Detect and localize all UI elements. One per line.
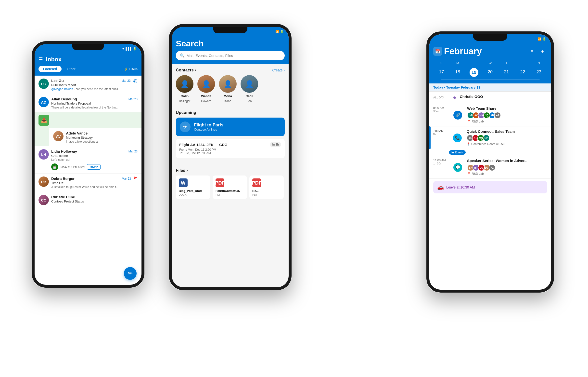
cal-wifi-icon: 📶 [538, 37, 541, 41]
preview-adele: I have a few questions a [66, 140, 138, 143]
scene: 10:28 ▼ ▌▌▌ 🔋 ☰ Inbox Focused Ot [24, 17, 564, 360]
create-link[interactable]: Create › [272, 68, 285, 72]
event-speaker-series[interactable]: 11:00 AM 1h 30m 💬 Speaker Series: Women … [429, 156, 551, 179]
ss-icon: 💬 [453, 163, 462, 172]
date-17[interactable]: 17 [433, 68, 449, 77]
flag-icon: 🚩 [133, 176, 138, 180]
subject-lidia: Grab coffee [51, 154, 138, 158]
avatar-lidia: LH [38, 149, 49, 160]
add-event-button[interactable]: + [538, 47, 547, 56]
file-card-coffee[interactable]: PDF FourthCoffee#987 PDF [213, 175, 247, 199]
search-battery-icon: 🔋 [280, 30, 284, 33]
avatar-mona: 👤 [219, 75, 237, 93]
event-body-webteam: Web Team Share LG AV MK JD ✓ AB +4 [467, 106, 547, 123]
flight-airline: Contoso Airlines [194, 128, 223, 131]
filters-label: Filters [129, 67, 138, 71]
search-title: Search [176, 39, 285, 48]
file-card-re[interactable]: PDF Re... PDF [249, 175, 284, 199]
allday-event-christie[interactable]: ALL DAY Christie OOO [429, 92, 551, 103]
email-item-lee-gu[interactable]: LG Lee Gu Mar 23 Publisher's report @Meg… [35, 76, 141, 94]
event-loc-qc: 📍 Conference Room X1050 [467, 142, 547, 146]
preview-allan: There will be a detailed legal review of… [51, 106, 138, 109]
date-18[interactable]: 18 [449, 68, 466, 77]
battery-icon: 🔋 [133, 47, 137, 51]
event-loc-ss: 📍 R&D Lab [467, 172, 547, 175]
contact-last-mona: Kane [224, 99, 231, 103]
flight-time-badge: In 3h [270, 142, 281, 147]
email-item-christie[interactable]: CC Christie Cline Contoso Project Status [35, 192, 141, 208]
sender-lidia: Lidia Holloway [51, 149, 77, 153]
search-bar[interactable]: 🔍 Mail, Events, Contacts, Files [176, 51, 285, 60]
event-web-team[interactable]: 8:30 AM 30m 🔗 Web Team Share LG AV MK [429, 103, 551, 126]
email-item-debra[interactable]: DB Debra Berger Mar 23 Time Off Just tal… [35, 174, 141, 192]
cal-battery-icon: 🔋 [542, 37, 546, 41]
flight-card[interactable]: ✈ Flight to Paris Contoso Airlines [176, 118, 285, 136]
preview-debra: Just talked to @Nestor Wilke and he will… [51, 185, 131, 189]
date-allan: Mar 23 [128, 97, 138, 101]
subject-lee-gu: Publisher's report [51, 83, 131, 87]
event-quick-connect[interactable]: 9:00 AM 1h 📞 Quick Connect: Sales Team [429, 126, 551, 149]
at-icon: @ [133, 79, 138, 84]
subject-adele: Marketing Strategy [66, 136, 138, 139]
date-22[interactable]: 22 [514, 68, 531, 77]
in-badge-wrapper: in 32 min [429, 149, 551, 156]
event-time-col-qc: 9:00 AM 1h [433, 129, 450, 146]
leave-banner: 🚗 Leave at 10:30 AM [433, 181, 547, 193]
tab-focused[interactable]: Focused [38, 66, 62, 72]
event-quick-connect-wrapper: 9:00 AM 1h 📞 Quick Connect: Sales Team [429, 126, 551, 149]
event-time-col-ss: 11:00 AM 1h 30m [433, 159, 450, 175]
tab-other[interactable]: Other [64, 66, 79, 72]
avatar-wanda: 👤 [197, 75, 215, 93]
upcoming-section-title: Upcoming [176, 110, 196, 115]
date-lidia: Mar 23 [128, 150, 138, 153]
contact-mona[interactable]: 👤 Mona Kane [219, 75, 237, 103]
avatar-colin: 👤 [176, 75, 193, 93]
date-21[interactable]: 21 [498, 68, 514, 77]
day-label-t2: T [498, 60, 514, 66]
file-type-re: PDF [252, 193, 281, 196]
inbox-header: ☰ Inbox Focused Other ⚡ Filters [35, 53, 141, 76]
date-23[interactable]: 23 [531, 68, 547, 77]
event-body-ss: Speaker Series: Women in Adver... SA BT … [467, 159, 547, 175]
inbox-title: Inbox [46, 56, 62, 63]
file-card-blog[interactable]: W Blog_Post_Draft DOCX [176, 175, 210, 199]
contact-last-cecil: Folk [247, 99, 252, 103]
compose-button[interactable]: ✏ [124, 267, 137, 280]
word-icon: W [179, 178, 188, 187]
filters-button[interactable]: ⚡ Filters [124, 67, 138, 71]
email-item-allan[interactable]: AD Allan Deyoung Mar 23 Northwind Trader… [35, 94, 141, 112]
event-time-lidia: Today at 1 PM (30m) [60, 165, 85, 168]
email-content-adele: Adele Vance Marketing Strategy I have a … [66, 131, 138, 143]
contact-colin[interactable]: 👤 Colin Ballinger [176, 75, 193, 103]
contact-wanda[interactable]: 👤 Wanda Howard [197, 75, 215, 103]
rsvp-button[interactable]: RSVP [87, 164, 101, 170]
sender-lee-gu: Lee Gu [51, 79, 64, 83]
email-item-lidia[interactable]: LH Lidia Holloway Mar 23 Grab coffee Let… [35, 146, 141, 174]
event-bar-qc [429, 126, 431, 149]
pdf-icon-coffee: PDF [216, 178, 224, 187]
date-20[interactable]: 20 [482, 68, 498, 77]
contact-cecil[interactable]: 👤 Cecil Folk [241, 75, 258, 103]
email-item-adele[interactable]: 📥 AV Adele Vance Marketing Strategy I ha… [35, 112, 141, 146]
file-type-blog: DOCX [179, 193, 207, 196]
search-header: Search 🔍 Mail, Events, Contacts, Files [172, 36, 289, 64]
avatar-debra: DB [38, 176, 49, 187]
day-label-f: F [514, 60, 531, 66]
list-view-icon[interactable]: ≡ [527, 47, 536, 56]
subject-christie: Contoso Project Status [51, 200, 138, 203]
plane-icon: ✈ [180, 121, 191, 132]
att-count-ss: +1 [489, 164, 496, 171]
cal-header: 📅 February ≡ + [429, 43, 551, 83]
email-content-lee-gu: Lee Gu Mar 23 Publisher's report @Megan … [51, 79, 131, 91]
date-lee-gu: Mar 23 [121, 79, 130, 82]
file-name-coffee: FourthCoffee#987 [216, 189, 244, 193]
in-32-min-badge: in 32 min [449, 150, 466, 155]
date-19-today[interactable]: 19 [470, 68, 478, 77]
hamburger-icon[interactable]: ☰ [38, 56, 43, 62]
contacts-section: Contacts › Create › 👤 Colin Ballinger [172, 64, 289, 107]
contacts-row: 👤 Colin Ballinger 👤 Wanda Howard [172, 75, 289, 107]
sender-adele: Adele Vance [66, 131, 88, 135]
search-icon: 🔍 [180, 53, 185, 58]
avatar-adele: AV [53, 131, 64, 141]
event-time-col-webteam: 8:30 AM 30m [433, 106, 450, 123]
